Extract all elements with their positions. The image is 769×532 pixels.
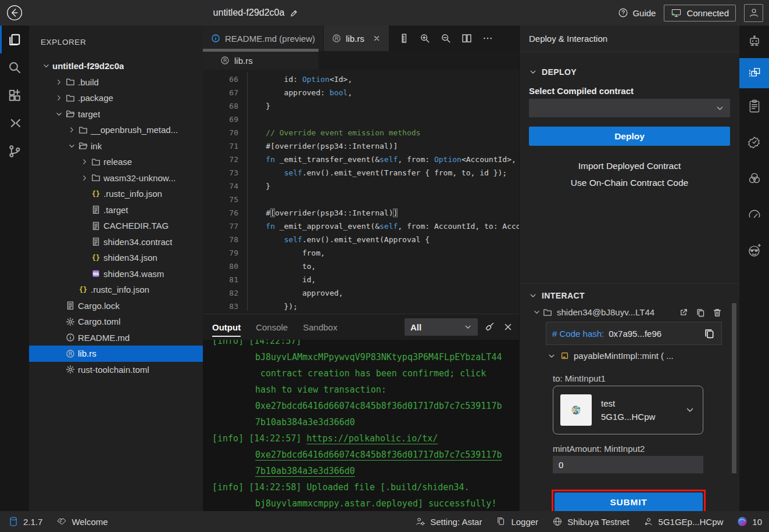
close-icon[interactable] xyxy=(373,34,381,42)
tree-item-rust-toolchain.toml[interactable]: rust-toolchain.toml xyxy=(29,362,203,378)
ellipsis-icon[interactable] xyxy=(482,33,493,44)
log-link[interactable]: 0xe27bdcd6416d66074c845b8f36d01717db7c7c… xyxy=(255,450,502,460)
activity-ai-assistant[interactable] xyxy=(739,26,769,58)
log-text: [info] [14:22:58] Uploaded file [.build/… xyxy=(212,482,470,493)
external-link-icon[interactable] xyxy=(679,308,688,317)
ruler-icon[interactable] xyxy=(399,33,409,44)
person-pin-icon xyxy=(643,516,654,527)
tree-item-README.md[interactable]: README.md xyxy=(29,330,203,346)
status-logger[interactable]: Logger xyxy=(496,516,538,527)
zoom-in-icon[interactable] xyxy=(420,33,430,44)
submit-button[interactable]: SUBMIT xyxy=(555,493,703,512)
compiled-contract-select[interactable] xyxy=(529,99,730,117)
person-icon xyxy=(748,7,760,19)
status-balance[interactable]: 10 xyxy=(737,516,762,527)
guide-button[interactable]: Guide xyxy=(618,8,656,18)
interact-section-header[interactable]: INTERACT xyxy=(529,291,730,300)
tree-item-release[interactable]: release xyxy=(29,154,203,170)
deployed-contract-row[interactable]: shiden34@bJ8uyv...LT44 xyxy=(529,307,730,317)
tab-readme[interactable]: README.md (preview) xyxy=(203,26,324,51)
output-tab-output[interactable]: Output xyxy=(212,314,241,340)
status-network[interactable]: Shibuya Testnet xyxy=(552,516,629,527)
status-setting[interactable]: Setting: Astar xyxy=(415,516,482,527)
activity-openai[interactable] xyxy=(739,160,769,196)
connected-status[interactable]: Connected xyxy=(664,5,736,21)
tree-item-wasm32-unknow...[interactable]: wasm32-unknow... xyxy=(29,170,203,186)
chevron-down-icon xyxy=(66,142,77,150)
output-tab-sandbox[interactable]: Sandbox xyxy=(303,314,337,340)
log-content: [info] [14:22:57]bJ8uyvLAMmxcMPpywvqV9P8… xyxy=(203,340,519,511)
breadcrumb[interactable]: lib.rs xyxy=(203,51,319,70)
globe-icon xyxy=(552,516,563,527)
status-version[interactable]: 2.1.7 xyxy=(8,516,42,527)
deploy-section-header[interactable]: DEPLOY xyxy=(529,67,730,77)
output-tab-console[interactable]: Console xyxy=(256,314,288,340)
copy-large-icon[interactable] xyxy=(703,328,716,340)
tree-item-.build[interactable]: .build xyxy=(29,74,203,91)
activity-deploy-interaction[interactable] xyxy=(739,58,769,88)
panel-scrollbar[interactable] xyxy=(732,303,736,473)
log-link[interactable]: https://polkaholic.io/tx/ xyxy=(307,433,438,444)
line-number: 75 xyxy=(203,193,238,206)
code-token: } xyxy=(248,102,270,110)
tree-item-lib.rs[interactable]: lib.rs xyxy=(29,346,203,362)
back-circle-icon[interactable] xyxy=(6,4,23,21)
copy-icon[interactable] xyxy=(696,308,705,317)
activity-explorer[interactable] xyxy=(0,26,29,53)
activity-extensions[interactable] xyxy=(0,81,29,109)
tree-item-.rustc_info.json[interactable]: {}.rustc_info.json xyxy=(29,282,203,298)
activity-fun[interactable] xyxy=(739,232,769,268)
code-token: // Override event emission methods xyxy=(248,128,420,137)
code-token: Option xyxy=(434,155,462,164)
pencil-icon[interactable] xyxy=(289,9,298,17)
line-number: 80 xyxy=(203,260,238,273)
code-token: , from: AccountId, to: Accou xyxy=(398,222,519,231)
activity-gauge[interactable] xyxy=(739,196,769,232)
code-token: # xyxy=(248,209,270,217)
tree-item-shiden34.json[interactable]: {}shiden34.json xyxy=(29,250,203,266)
select-contract-label: Select Compiled contract xyxy=(529,86,730,96)
activity-collapse[interactable] xyxy=(0,109,29,137)
tree-item-.package[interactable]: .package xyxy=(29,90,203,106)
line-number: 83 xyxy=(203,300,238,311)
mint-amount-input[interactable] xyxy=(553,456,703,473)
tree-item-shiden34.contract[interactable]: shiden34.contract xyxy=(29,234,203,250)
tree-item-Cargo.lock[interactable]: Cargo.lock xyxy=(29,298,203,314)
tree-item-Cargo.toml[interactable]: Cargo.toml xyxy=(29,314,203,330)
tree-item-CACHEDIR.TAG[interactable]: CACHEDIR.TAG xyxy=(29,218,203,234)
code-editor[interactable]: 66 id: Option<Id>,67 approved: bool,68 }… xyxy=(203,70,519,311)
activity-verify[interactable] xyxy=(739,124,769,160)
zoom-out-icon[interactable] xyxy=(441,33,451,44)
use-onchain-code-link[interactable]: Use On-Chain Contract Code xyxy=(529,178,730,188)
account-select[interactable]: test 5G1G...HCpw xyxy=(553,386,703,434)
code-line: 71 #[overrider(psp34::Internal)] xyxy=(203,139,519,153)
import-deployed-contract-link[interactable]: Import Deployed Contract xyxy=(529,161,730,171)
breadcrumb-row: lib.rs xyxy=(203,51,519,70)
activity-clipboard[interactable] xyxy=(739,88,769,124)
activity-source-control[interactable] xyxy=(0,137,29,165)
tab-scrollbar[interactable] xyxy=(203,49,319,52)
tab-librs[interactable]: lib.rs xyxy=(324,26,389,51)
deploy-button[interactable]: Deploy xyxy=(529,127,730,146)
broom-icon[interactable] xyxy=(484,322,495,332)
tree-item-target[interactable]: target xyxy=(29,106,203,123)
status-welcome[interactable]: Welcome xyxy=(56,516,108,527)
tree-item-.target[interactable]: .target xyxy=(29,202,203,218)
chevron-right-icon xyxy=(79,174,90,182)
avatar[interactable] xyxy=(744,4,763,22)
tree-item-label: shiden34.contract xyxy=(103,237,172,247)
split-icon[interactable] xyxy=(462,33,472,44)
log-text: 0xe27bdcd6416d66074c845b8f36d01717db7c7c… xyxy=(255,401,502,411)
close-icon[interactable] xyxy=(503,322,513,332)
tree-item-shiden34.wasm[interactable]: WAshiden34.wasm xyxy=(29,266,203,282)
log-link[interactable]: 7b10ab384a3e3d366d0 xyxy=(255,466,355,476)
tree-item-untitled-f29d2c0a[interactable]: untitled-f29d2c0a xyxy=(29,58,203,74)
trash-icon[interactable] xyxy=(713,308,722,317)
tree-item-ink[interactable]: ink xyxy=(29,138,203,154)
tree-item-.rustc_info.json[interactable]: {}.rustc_info.json xyxy=(29,186,203,202)
mint-method-row[interactable]: payableMintImpl::mint ( ... xyxy=(548,351,730,361)
status-account[interactable]: 5G1GEp...HCpw xyxy=(643,516,724,527)
activity-search[interactable] xyxy=(0,53,29,81)
log-filter-select[interactable]: All xyxy=(405,318,478,336)
tree-item-__openbrush_metad...[interactable]: __openbrush_metad... xyxy=(29,122,203,138)
